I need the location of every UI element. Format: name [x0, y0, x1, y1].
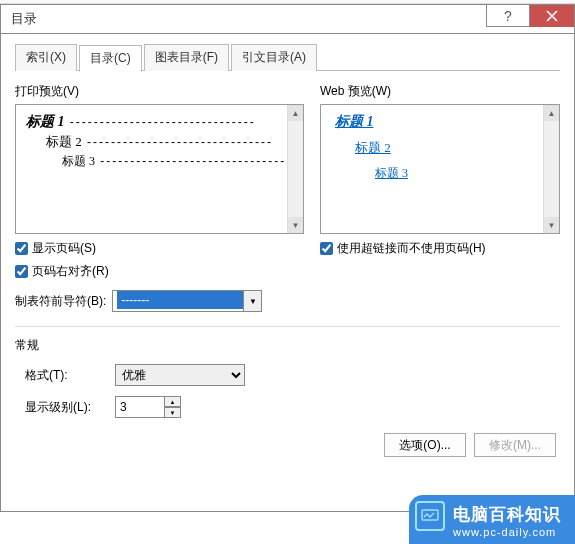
- hyperlinks-label: 使用超链接而不使用页码(H): [337, 240, 486, 257]
- show-pages-checkbox[interactable]: [15, 242, 28, 255]
- levels-label: 显示级别(L):: [25, 399, 95, 416]
- toc-line: 标题 2 -------------------------------3: [26, 133, 297, 151]
- web-link[interactable]: 标题 3: [375, 165, 553, 182]
- tab-citations[interactable]: 引文目录(A): [231, 44, 317, 71]
- options-button[interactable]: 选项(O)...: [384, 433, 466, 457]
- tab-figures[interactable]: 图表目录(F): [144, 44, 229, 71]
- monitor-icon: [415, 501, 445, 531]
- brand-text: 电脑百科知识: [453, 503, 561, 526]
- leader-combo[interactable]: ------- ▼: [112, 290, 262, 312]
- show-pages-label: 显示页码(S): [32, 240, 96, 257]
- scrollbar[interactable]: ▲ ▼: [287, 105, 303, 233]
- tab-toc[interactable]: 目录(C): [79, 45, 142, 72]
- divider: [15, 326, 560, 327]
- levels-spinner[interactable]: ▲ ▼: [115, 396, 181, 418]
- right-align-label: 页码右对齐(R): [32, 263, 109, 280]
- scroll-down-icon[interactable]: ▼: [544, 217, 559, 233]
- watermark-badge: 电脑百科知识 www.pc-daily.com: [409, 495, 575, 544]
- dialog-body: 索引(X) 目录(C) 图表目录(F) 引文目录(A) 打印预览(V) 标题 1…: [0, 34, 575, 512]
- right-align-checkbox[interactable]: [15, 265, 28, 278]
- print-preview-box: 标题 1 -------------------------------1标题 …: [15, 104, 304, 234]
- titlebar: 目录 ?: [0, 4, 575, 34]
- general-title: 常规: [15, 337, 560, 354]
- levels-input[interactable]: [115, 396, 165, 418]
- scroll-down-icon[interactable]: ▼: [288, 217, 303, 233]
- dialog-title: 目录: [1, 10, 37, 28]
- toc-line: 标题 1 -------------------------------1: [26, 113, 297, 131]
- print-preview-label: 打印预览(V): [15, 83, 304, 100]
- close-icon: [546, 10, 558, 22]
- leader-label: 制表符前导符(B):: [15, 293, 106, 310]
- brand-url: www.pc-daily.com: [453, 526, 561, 538]
- svg-rect-0: [422, 510, 438, 520]
- modify-button: 修改(M)...: [474, 433, 556, 457]
- web-link[interactable]: 标题 1: [335, 113, 553, 131]
- tabstrip: 索引(X) 目录(C) 图表目录(F) 引文目录(A): [15, 44, 560, 71]
- scrollbar[interactable]: ▲ ▼: [543, 105, 559, 233]
- scroll-up-icon[interactable]: ▲: [544, 105, 559, 121]
- leader-value: -------: [117, 291, 247, 309]
- format-label: 格式(T):: [25, 367, 95, 384]
- spin-up-icon[interactable]: ▲: [165, 396, 181, 407]
- toc-line: 标题 3 -------------------------------5: [26, 153, 297, 170]
- tab-index[interactable]: 索引(X): [15, 44, 77, 71]
- hyperlinks-checkbox[interactable]: [320, 242, 333, 255]
- close-button[interactable]: [530, 5, 574, 27]
- spin-down-icon[interactable]: ▼: [165, 407, 181, 418]
- scroll-up-icon[interactable]: ▲: [288, 105, 303, 121]
- web-link[interactable]: 标题 2: [355, 139, 553, 157]
- chevron-down-icon[interactable]: ▼: [243, 291, 261, 311]
- web-preview-label: Web 预览(W): [320, 83, 560, 100]
- format-select[interactable]: 优雅: [115, 364, 245, 386]
- help-button[interactable]: ?: [486, 5, 530, 27]
- web-preview-box: 标题 1标题 2标题 3 ▲ ▼: [320, 104, 560, 234]
